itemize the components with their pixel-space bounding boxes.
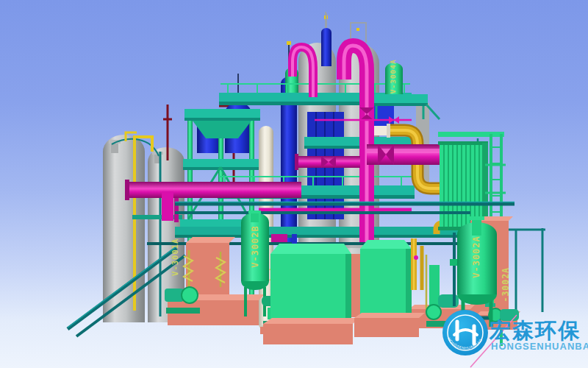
box-2-top [360,240,412,249]
vent-tip [287,41,291,45]
vessel-flange [469,216,484,220]
tank-1 [103,135,145,322]
pipe-flange [387,124,390,138]
plant-render-scene: HONGSENHUANBAO V-3001A V-3002B V-3004A V… [0,0,588,368]
magenta-header [126,182,301,198]
pump-base [166,308,200,314]
v3004-deck-edge [372,103,428,106]
magenta-valve-block [271,234,287,242]
blue-mini-column [321,28,331,66]
brand-name-english: HONGSENHUANBAO [491,341,588,352]
box-1-top [270,244,351,254]
vessel-tag-v3002a: V-3002A [472,230,481,283]
vessel-flange [248,210,261,213]
pump-volute [182,287,198,303]
deck-edge [184,118,260,121]
magenta-valve [414,255,418,260]
deck [183,159,261,167]
stub-flange [295,154,298,170]
pump-volute [426,305,441,319]
small-bowtie [394,116,399,124]
side-nozzle [450,259,457,266]
green-boxes [263,240,425,344]
deck [184,109,260,118]
floating-tag-3002a: -3002A [502,263,511,307]
pipe-loop-tip [356,28,359,31]
plant-render: HONGSENHUANBAO [0,0,588,368]
hx-frame-top [438,141,488,145]
magenta-header-flange [125,180,129,200]
pump-column [429,265,440,309]
plinth-2-top [354,313,425,318]
logo-badge: HONGSENHUANBAO [442,310,488,355]
plinth-1-front [263,324,353,344]
vessel-tag-v3002b: V-3002B [251,220,259,273]
wall-top [186,237,235,243]
plinth-2-front [354,318,419,337]
vessel-tag-v3004a: V-3004A [390,57,397,96]
top-rail [438,132,504,137]
v3004-deck [372,94,428,103]
plinth-1-top [263,318,359,324]
vessel-tag-v3001a: V-3001A [171,232,179,282]
